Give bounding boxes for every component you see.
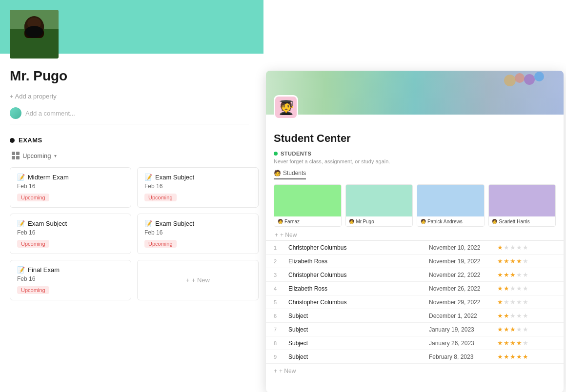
exam-card-2[interactable]: 📝 Exam Subject Feb 16 Upcoming xyxy=(137,167,259,208)
star-empty-icon: ★ xyxy=(523,312,528,319)
exam-icon-4: 📝 xyxy=(144,220,152,227)
star-filled-icon: ★ xyxy=(516,339,522,347)
row-date: January 19, 2023 xyxy=(429,326,497,333)
star-empty-icon: ★ xyxy=(510,312,516,319)
upcoming-filter[interactable]: Upcoming ▾ xyxy=(12,152,259,159)
star-empty-icon: ★ xyxy=(523,244,528,251)
students-tab[interactable]: 🧑 Students xyxy=(274,170,306,179)
star-filled-icon: ★ xyxy=(497,257,503,265)
svg-point-10 xyxy=(515,73,525,83)
sc-subtitle: Never forget a class, assignment, or stu… xyxy=(274,158,556,164)
exams-dot xyxy=(10,138,15,143)
add-property-btn[interactable]: + Add a property xyxy=(10,93,57,100)
student-card-color-1 xyxy=(274,185,341,216)
exam-card-title-4: 📝 Exam Subject xyxy=(144,220,251,227)
exam-icon-2: 📝 xyxy=(144,174,152,181)
star-filled-icon: ★ xyxy=(497,312,503,319)
badge-upcoming-2: Upcoming xyxy=(144,194,177,201)
star-empty-icon: ★ xyxy=(523,339,528,347)
exam-date-3: Feb 16 xyxy=(17,229,124,236)
table-add-row[interactable]: + + New xyxy=(266,364,564,378)
row-name: Christopher Columbus xyxy=(288,244,429,251)
star-filled-icon: ★ xyxy=(497,244,503,251)
star-empty-icon: ★ xyxy=(510,298,516,306)
table-row[interactable]: 5Christopher ColumbusNovember 29, 2022★★… xyxy=(266,295,564,309)
new-exam-card[interactable]: + + New xyxy=(137,260,259,300)
row-stars: ★★★★★ xyxy=(497,298,556,306)
exam-icon-3: 📝 xyxy=(17,220,25,227)
exam-card-4[interactable]: 📝 Exam Subject Feb 16 Upcoming xyxy=(137,214,259,254)
row-date: November 19, 2022 xyxy=(429,258,497,265)
comment-avatar xyxy=(10,107,21,119)
student-center-panel: 🧑‍🎓 Student Center STUDENTS Never forget… xyxy=(266,71,564,392)
sc-new-row[interactable]: + + New xyxy=(274,232,556,238)
row-stars: ★★★★★ xyxy=(497,285,556,292)
student-cards-row: 🧑 Farnaz 🧑 Mr.Pugo 🧑 Patrick Andrews xyxy=(274,184,556,227)
exam-date-1: Feb 16 xyxy=(17,183,124,190)
student-card-2[interactable]: 🧑 Mr.Pugo xyxy=(345,184,413,227)
exam-date-5: Feb 16 xyxy=(17,275,124,282)
star-empty-icon: ★ xyxy=(523,271,528,278)
student-card-1[interactable]: 🧑 Farnaz xyxy=(274,184,342,227)
student-card-color-4 xyxy=(489,185,556,216)
row-stars: ★★★★★ xyxy=(497,312,556,319)
row-num: 4 xyxy=(274,286,288,292)
add-comment-row: Add a comment... xyxy=(10,107,249,124)
exam-card-title-5: 📝 Final Exam xyxy=(17,266,124,274)
exams-section: EXAMS Upcoming ▾ 📝 Midterm Exam Feb 16 U… xyxy=(10,137,259,300)
student-card-3[interactable]: 🧑 Patrick Andrews xyxy=(417,184,485,227)
sc-plus-icon: + xyxy=(275,232,278,238)
star-filled-icon: ★ xyxy=(510,271,516,278)
star-filled-icon: ★ xyxy=(510,326,516,333)
table-row[interactable]: 1Christopher ColumbusNovember 10, 2022★★… xyxy=(266,241,564,255)
table-row[interactable]: 9SubjectFebruary 8, 2023★★★★★ xyxy=(266,350,564,364)
table-new-label: + New xyxy=(279,368,296,374)
table-row[interactable]: 2Elizabeth RossNovember 19, 2022★★★★★ xyxy=(266,255,564,268)
star-empty-icon: ★ xyxy=(523,298,528,306)
exam-cards-grid: 📝 Midterm Exam Feb 16 Upcoming 📝 Exam Su… xyxy=(10,167,259,300)
sc-section-label: STUDENTS xyxy=(274,151,556,157)
students-tab-label: Students xyxy=(283,170,306,176)
star-empty-icon: ★ xyxy=(504,298,509,306)
star-empty-icon: ★ xyxy=(516,298,522,306)
sc-avatar: 🧑‍🎓 xyxy=(274,95,298,119)
row-name: Elizabeth Ross xyxy=(288,285,429,292)
row-date: January 26, 2023 xyxy=(429,340,497,347)
table-row[interactable]: 6SubjectDecember 1, 2022★★★★★ xyxy=(266,309,564,323)
star-filled-icon: ★ xyxy=(504,257,509,265)
star-filled-icon: ★ xyxy=(497,353,503,360)
row-num: 8 xyxy=(274,340,288,346)
exam-icon-5: 📝 xyxy=(17,266,25,274)
row-date: February 8, 2023 xyxy=(429,353,497,360)
table-row[interactable]: 4Elizabeth RossNovember 26, 2022★★★★★ xyxy=(266,282,564,295)
profile-name: Mr. Pugo xyxy=(10,68,67,84)
sc-new-label: + New xyxy=(280,232,297,238)
exam-card-5[interactable]: 📝 Final Exam Feb 16 Upcoming xyxy=(10,260,131,300)
exam-card-3[interactable]: 📝 Exam Subject Feb 16 Upcoming xyxy=(10,214,131,254)
svg-point-11 xyxy=(524,74,535,85)
star-empty-icon: ★ xyxy=(523,257,528,265)
star-filled-icon: ★ xyxy=(497,298,503,306)
plus-icon: + xyxy=(186,276,190,284)
row-date: December 1, 2022 xyxy=(429,313,497,319)
star-filled-icon: ★ xyxy=(497,326,503,333)
student-card-name-1: 🧑 Farnaz xyxy=(274,216,341,226)
student-card-4[interactable]: 🧑 Scarlett Harris xyxy=(488,184,556,227)
row-name: Elizabeth Ross xyxy=(288,258,429,265)
badge-upcoming-1: Upcoming xyxy=(17,194,49,201)
star-empty-icon: ★ xyxy=(516,326,522,333)
exam-card-1[interactable]: 📝 Midterm Exam Feb 16 Upcoming xyxy=(10,167,131,208)
exam-date-2: Feb 16 xyxy=(144,183,251,190)
star-empty-icon: ★ xyxy=(510,285,516,292)
student-card-color-2 xyxy=(346,185,413,216)
table-row[interactable]: 3Christopher ColumbusNovember 22, 2022★★… xyxy=(266,268,564,282)
comment-placeholder[interactable]: Add a comment... xyxy=(25,110,75,117)
row-num: 1 xyxy=(274,245,288,251)
table-row[interactable]: 8SubjectJanuary 26, 2023★★★★★ xyxy=(266,336,564,350)
star-filled-icon: ★ xyxy=(497,339,503,347)
star-empty-icon: ★ xyxy=(523,285,528,292)
row-stars: ★★★★★ xyxy=(497,326,556,333)
new-label: + New xyxy=(192,276,210,284)
row-name: Subject xyxy=(288,340,429,347)
table-row[interactable]: 7SubjectJanuary 19, 2023★★★★★ xyxy=(266,323,564,336)
